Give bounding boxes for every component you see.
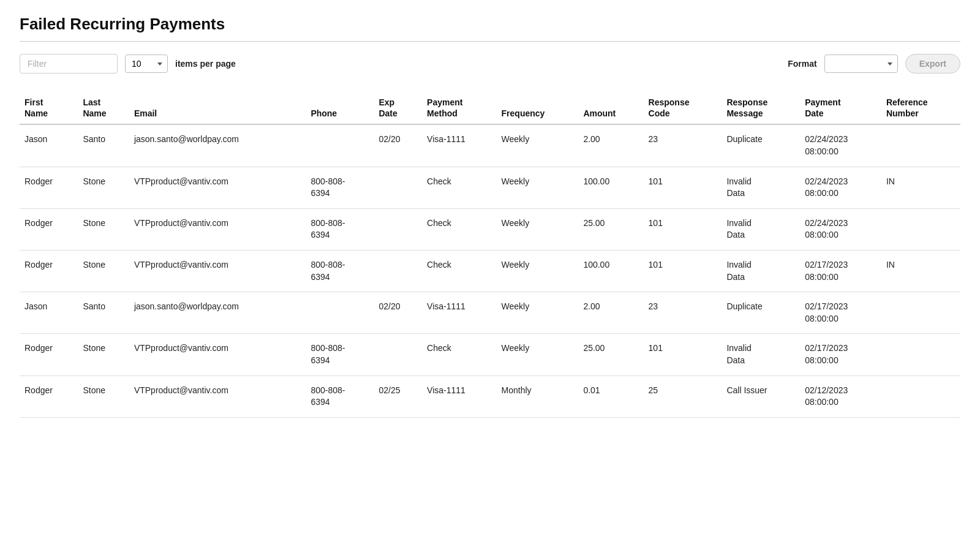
page-title: Failed Recurring Payments [20, 15, 960, 34]
cell-frequency: Monthly [497, 376, 579, 417]
cell-response_code: 25 [644, 376, 722, 417]
cell-payment_date: 02/24/202308:00:00 [800, 124, 881, 167]
col-header-response_message: ResponseMessage [722, 91, 800, 124]
col-header-frequency: Frequency [497, 91, 579, 124]
cell-first_name: Jason [20, 124, 78, 167]
cell-last_name: Stone [78, 376, 129, 417]
cell-amount: 100.00 [578, 250, 643, 292]
cell-phone [306, 292, 374, 334]
cell-amount: 2.00 [578, 292, 643, 334]
cell-phone: 800-808-6394 [306, 334, 374, 376]
toolbar: 10 items per page Format Export [20, 54, 960, 74]
table-row: JasonSantojason.santo@worldpay.com02/20V… [20, 124, 960, 167]
table-row: RodgerStoneVTPproduct@vantiv.com800-808-… [20, 250, 960, 292]
cell-last_name: Santo [78, 292, 129, 334]
table-row: RodgerStoneVTPproduct@vantiv.com800-808-… [20, 167, 960, 208]
cell-phone: 800-808-6394 [306, 167, 374, 208]
cell-email: jason.santo@worldpay.com [129, 124, 306, 167]
cell-response_message: InvalidData [722, 208, 800, 250]
format-label: Format [788, 59, 816, 69]
failed-payments-table: FirstNameLastNameEmailPhoneExpDatePaymen… [20, 91, 960, 418]
cell-payment_method: Visa-1111 [422, 376, 496, 417]
export-button[interactable]: Export [905, 54, 960, 74]
cell-email: jason.santo@worldpay.com [129, 292, 306, 334]
col-header-email: Email [129, 91, 306, 124]
cell-last_name: Stone [78, 334, 129, 376]
cell-amount: 25.00 [578, 208, 643, 250]
cell-payment_method: Check [422, 250, 496, 292]
table-body: JasonSantojason.santo@worldpay.com02/20V… [20, 124, 960, 417]
cell-payment_method: Check [422, 208, 496, 250]
cell-first_name: Rodger [20, 167, 78, 208]
format-select[interactable] [824, 55, 898, 73]
cell-amount: 0.01 [578, 376, 643, 417]
cell-response_message: InvalidData [722, 334, 800, 376]
cell-response_message: InvalidData [722, 167, 800, 208]
cell-phone: 800-808-6394 [306, 250, 374, 292]
cell-frequency: Weekly [497, 167, 579, 208]
cell-reference_number: IN [881, 250, 960, 292]
cell-reference_number [881, 124, 960, 167]
cell-last_name: Santo [78, 124, 129, 167]
cell-phone: 800-808-6394 [306, 208, 374, 250]
cell-frequency: Weekly [497, 334, 579, 376]
cell-phone: 800-808-6394 [306, 376, 374, 417]
cell-payment_date: 02/17/202308:00:00 [800, 250, 881, 292]
cell-payment_method: Check [422, 167, 496, 208]
cell-last_name: Stone [78, 167, 129, 208]
cell-first_name: Rodger [20, 334, 78, 376]
cell-email: VTPproduct@vantiv.com [129, 208, 306, 250]
items-per-page-label: items per page [175, 59, 236, 69]
cell-exp_date [374, 334, 422, 376]
cell-response_message: InvalidData [722, 250, 800, 292]
cell-exp_date [374, 167, 422, 208]
cell-reference_number [881, 334, 960, 376]
items-per-page-select[interactable]: 10 [125, 55, 168, 73]
cell-reference_number [881, 376, 960, 417]
col-header-reference_number: ReferenceNumber [881, 91, 960, 124]
cell-email: VTPproduct@vantiv.com [129, 376, 306, 417]
cell-reference_number: IN [881, 167, 960, 208]
cell-response_message: Duplicate [722, 124, 800, 167]
cell-response_code: 23 [644, 124, 722, 167]
table-header: FirstNameLastNameEmailPhoneExpDatePaymen… [20, 91, 960, 124]
table-row: RodgerStoneVTPproduct@vantiv.com800-808-… [20, 208, 960, 250]
col-header-amount: Amount [578, 91, 643, 124]
col-header-response_code: ResponseCode [644, 91, 722, 124]
cell-payment_date: 02/17/202308:00:00 [800, 334, 881, 376]
table-row: RodgerStoneVTPproduct@vantiv.com800-808-… [20, 376, 960, 417]
col-header-exp_date: ExpDate [374, 91, 422, 124]
cell-first_name: Rodger [20, 250, 78, 292]
cell-first_name: Rodger [20, 208, 78, 250]
cell-exp_date [374, 208, 422, 250]
cell-phone [306, 124, 374, 167]
cell-last_name: Stone [78, 208, 129, 250]
cell-first_name: Jason [20, 292, 78, 334]
col-header-last_name: LastName [78, 91, 129, 124]
title-divider [20, 41, 960, 42]
cell-payment_date: 02/24/202308:00:00 [800, 167, 881, 208]
cell-exp_date: 02/20 [374, 292, 422, 334]
cell-exp_date [374, 250, 422, 292]
cell-response_code: 101 [644, 167, 722, 208]
cell-last_name: Stone [78, 250, 129, 292]
cell-payment_date: 02/17/202308:00:00 [800, 292, 881, 334]
filter-input[interactable] [20, 54, 118, 74]
cell-reference_number [881, 292, 960, 334]
cell-email: VTPproduct@vantiv.com [129, 334, 306, 376]
cell-reference_number [881, 208, 960, 250]
cell-exp_date: 02/25 [374, 376, 422, 417]
cell-frequency: Weekly [497, 292, 579, 334]
cell-payment_method: Visa-1111 [422, 124, 496, 167]
cell-first_name: Rodger [20, 376, 78, 417]
col-header-phone: Phone [306, 91, 374, 124]
cell-response_code: 23 [644, 292, 722, 334]
cell-response_code: 101 [644, 334, 722, 376]
cell-frequency: Weekly [497, 208, 579, 250]
cell-email: VTPproduct@vantiv.com [129, 250, 306, 292]
cell-email: VTPproduct@vantiv.com [129, 167, 306, 208]
cell-frequency: Weekly [497, 250, 579, 292]
cell-payment_date: 02/12/202308:00:00 [800, 376, 881, 417]
cell-response_code: 101 [644, 250, 722, 292]
col-header-payment_method: PaymentMethod [422, 91, 496, 124]
